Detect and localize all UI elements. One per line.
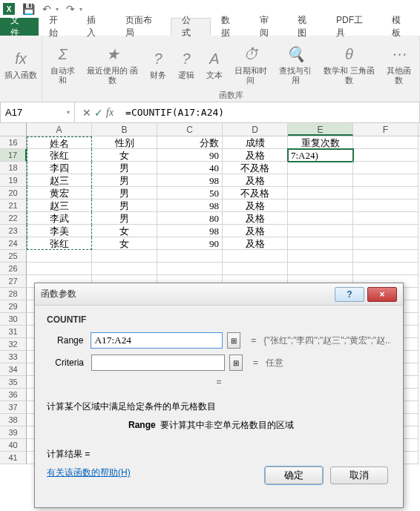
cell[interactable] (288, 162, 353, 174)
cell[interactable]: 及格 (223, 212, 288, 225)
row-header[interactable]: 17 (0, 149, 27, 162)
row-header[interactable]: 16 (0, 136, 27, 149)
formula-cancel-button[interactable]: ✕ (82, 107, 91, 119)
ok-button[interactable]: 确定 (265, 467, 323, 484)
cell[interactable] (288, 225, 353, 237)
cell[interactable] (157, 263, 223, 275)
datetime-button[interactable]: ⏱日期和时间 (231, 44, 271, 84)
col-header-A[interactable]: A (27, 123, 92, 136)
cell[interactable] (288, 174, 353, 187)
redo-dropdown[interactable]: ▾ (79, 6, 82, 13)
undo-dropdown[interactable]: ▾ (56, 6, 59, 13)
row-header[interactable]: 27 (0, 275, 27, 288)
cell[interactable] (353, 237, 419, 250)
cell[interactable]: 姓名 (27, 136, 92, 149)
row-header[interactable]: 34 (0, 363, 27, 376)
dialog-help-button[interactable]: ? (335, 287, 364, 302)
cell[interactable]: 成绩 (223, 136, 288, 149)
row-header[interactable]: 30 (0, 313, 27, 326)
row-header[interactable]: 28 (0, 288, 27, 300)
cell[interactable] (27, 263, 92, 275)
row-header[interactable]: 24 (0, 237, 27, 250)
row-header[interactable]: 29 (0, 300, 27, 313)
tab-review[interactable]: 审阅 (249, 18, 288, 36)
tab-pdf[interactable]: PDF工具 (326, 18, 381, 36)
row-header[interactable]: 40 (0, 439, 27, 452)
cell[interactable]: 李四 (27, 162, 92, 174)
row-header[interactable]: 19 (0, 174, 27, 187)
cell[interactable]: 男 (92, 187, 157, 200)
range-input[interactable] (91, 332, 223, 349)
cell[interactable] (92, 263, 157, 275)
cell[interactable] (353, 162, 419, 174)
cell[interactable]: 女 (92, 149, 157, 162)
undo-icon[interactable]: ↶ (42, 3, 51, 15)
tab-file[interactable]: 文件 (0, 18, 39, 36)
cell[interactable]: 及格 (223, 174, 288, 187)
cell[interactable] (288, 237, 353, 250)
namebox-dropdown-icon[interactable]: ▾ (67, 109, 70, 116)
col-header-D[interactable]: D (223, 123, 288, 136)
cell[interactable] (353, 149, 419, 162)
recent-button[interactable]: ★最近使用的 函数 (83, 44, 142, 84)
autosum-button[interactable]: Σ自动求和 (47, 44, 79, 84)
cell[interactable] (353, 174, 419, 187)
cell[interactable]: 分数 (157, 136, 223, 149)
cell[interactable]: 98 (157, 200, 223, 212)
cell[interactable] (157, 250, 223, 263)
row-header[interactable]: 25 (0, 250, 27, 263)
row-header[interactable]: 37 (0, 401, 27, 414)
tab-formula[interactable]: 公式 (171, 18, 211, 36)
row-header[interactable]: 41 (0, 452, 27, 464)
tab-data[interactable]: 数据 (211, 18, 249, 36)
save-icon[interactable]: 💾 (22, 3, 35, 15)
cell[interactable]: 赵三 (27, 174, 92, 187)
cell[interactable]: 不及格 (223, 162, 288, 174)
cell[interactable]: 不及格 (223, 187, 288, 200)
tab-template[interactable]: 模板 (381, 18, 420, 36)
range-selector-button[interactable]: ⊞ (227, 332, 240, 349)
col-header-E[interactable]: E (288, 123, 353, 136)
row-header[interactable]: 20 (0, 187, 27, 200)
row-header[interactable]: 38 (0, 414, 27, 426)
cell[interactable] (27, 250, 92, 263)
cell[interactable] (288, 187, 353, 200)
cell[interactable]: 男 (92, 212, 157, 225)
cell[interactable]: 男 (92, 200, 157, 212)
cell[interactable]: 及格 (223, 149, 288, 162)
cell[interactable]: 7:A24) (288, 149, 353, 162)
tab-layout[interactable]: 页面布局 (115, 18, 171, 36)
cell[interactable]: 女 (92, 225, 157, 237)
formula-input[interactable]: =COUNTIF(A17:A24) (121, 107, 419, 118)
logical-button[interactable]: ?逻辑 (174, 48, 198, 79)
cell[interactable]: 98 (157, 174, 223, 187)
cell[interactable] (353, 187, 419, 200)
formula-confirm-button[interactable]: ✓ (94, 107, 103, 119)
cell[interactable]: 性别 (92, 136, 157, 149)
dialog-close-button[interactable]: × (367, 287, 397, 302)
criteria-input[interactable] (91, 355, 225, 371)
cell[interactable]: 40 (157, 162, 223, 174)
redo-icon[interactable]: ↷ (66, 3, 75, 15)
row-header[interactable]: 21 (0, 200, 27, 212)
cell[interactable] (353, 225, 419, 237)
row-header[interactable]: 23 (0, 225, 27, 237)
dialog-titlebar[interactable]: 函数参数 ? × (35, 283, 403, 306)
cell[interactable] (92, 250, 157, 263)
cell[interactable]: 及格 (223, 225, 288, 237)
financial-button[interactable]: ?财务 (146, 48, 170, 79)
cell[interactable]: 及格 (223, 200, 288, 212)
col-header-B[interactable]: B (92, 123, 157, 136)
tab-view[interactable]: 视图 (287, 18, 326, 36)
cell[interactable] (288, 212, 353, 225)
cell[interactable]: 女 (92, 237, 157, 250)
criteria-selector-button[interactable]: ⊞ (229, 355, 243, 371)
cell[interactable] (353, 263, 419, 275)
cell[interactable]: 李武 (27, 212, 92, 225)
cell[interactable]: 重复次数 (288, 136, 353, 149)
cell[interactable]: 黄宏 (27, 187, 92, 200)
cell[interactable] (353, 250, 419, 263)
cell[interactable]: 50 (157, 187, 223, 200)
fx-button[interactable]: fx (106, 107, 114, 119)
row-header[interactable]: 39 (0, 426, 27, 439)
